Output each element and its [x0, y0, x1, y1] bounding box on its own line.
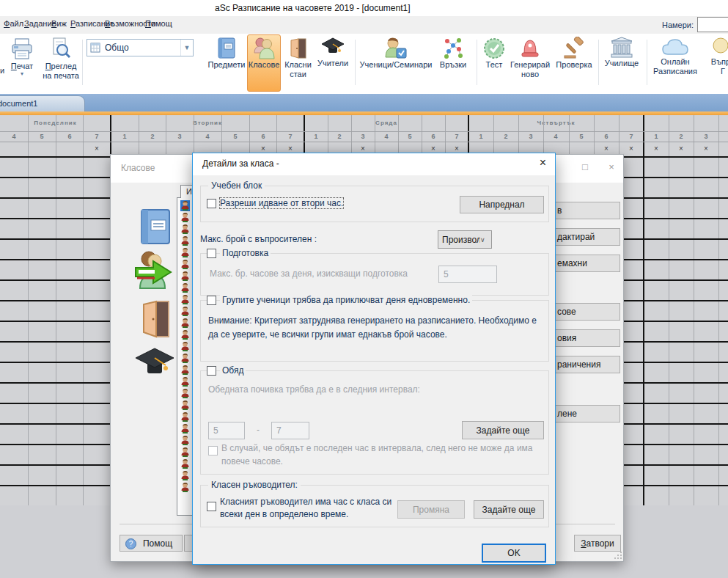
details-dialog-titlebar[interactable]: Детайли за класа - ×: [193, 153, 555, 175]
header-line: [0, 131, 728, 132]
subjects-big-icon[interactable]: [137, 208, 172, 247]
allow-second-period-checkbox[interactable]: [207, 199, 216, 208]
print-dropdown-arrow[interactable]: ▾: [4, 71, 40, 76]
menu-help[interactable]: Помощ: [145, 19, 172, 28]
ok-button[interactable]: OK: [482, 544, 546, 563]
grid-period-number: 2: [669, 131, 694, 142]
view-combobox-value: Общо: [105, 43, 180, 53]
close-icon[interactable]: ×: [603, 161, 619, 172]
toolbar-button-check[interactable]: Проверка: [553, 35, 595, 91]
classes-big-icon[interactable]: [133, 250, 175, 293]
grid-period-number: 2: [493, 131, 518, 142]
class-avatar-icon: [180, 271, 190, 282]
lunch-set-more-button[interactable]: Задайте още: [462, 421, 544, 439]
grid-period-number: 5: [221, 131, 249, 142]
print-preview-button[interactable]: Преглед на печата: [41, 35, 81, 91]
lunch-from-input[interactable]: 5: [208, 422, 245, 439]
classrooms-big-icon[interactable]: [140, 299, 172, 341]
grid-day-label: Четвъртък: [468, 115, 644, 131]
toolbar-button-classes[interactable]: Класове: [247, 34, 281, 92]
combobox-dropdown-icon[interactable]: ▼: [180, 40, 193, 56]
menu-view[interactable]: Виж: [51, 19, 67, 28]
tab-document1[interactable]: document1: [0, 95, 85, 112]
svg-text:?: ?: [129, 540, 133, 548]
help-button[interactable]: ? Помощ: [120, 535, 183, 552]
advanced-button[interactable]: Напреднал: [460, 196, 544, 213]
menu-file[interactable]: Файл: [4, 19, 23, 28]
toolbar-button-generate[interactable]: Генерирай ново: [509, 35, 551, 91]
find-input[interactable]: [697, 17, 728, 32]
preparation-checkbox[interactable]: [207, 249, 216, 258]
class-avatar-icon: [180, 259, 190, 270]
toolbar-separator: [82, 40, 83, 85]
close-icon[interactable]: ×: [540, 156, 546, 169]
change-button[interactable]: Промяна: [397, 500, 465, 519]
toolbar-label: Класни стаи: [282, 60, 315, 79]
toolbar-button-questions[interactable]: Въпро Г: [701, 35, 728, 91]
grid-period-number: 5: [569, 131, 594, 142]
study-block-group: Учебен блок Разреши идване от втори час.…: [200, 186, 549, 222]
class-avatar-icon: [180, 423, 190, 434]
preparation-max-input[interactable]: 5: [438, 266, 497, 283]
grid-period-number: 2: [328, 131, 351, 142]
class-avatar-icon: [180, 482, 190, 493]
cloud-icon: [661, 37, 690, 57]
grid-x-mark: ×: [644, 142, 669, 156]
column-line: [718, 115, 719, 505]
preparation-label[interactable]: Подготовка: [220, 248, 271, 258]
end-together-label[interactable]: Групите ученици трябва да приключват ден…: [220, 295, 472, 305]
allow-second-period-label[interactable]: Разреши идване от втори час.: [220, 198, 343, 208]
maximize-icon[interactable]: □: [577, 161, 593, 172]
window-titlebar: aSc Разписание на часовете 2019 - [docum…: [0, 0, 728, 16]
resize-grip[interactable]: [614, 551, 622, 560]
graduation-cap-icon: [320, 37, 345, 59]
toolbar-label: Тест: [481, 60, 507, 70]
teachers-big-icon[interactable]: [134, 345, 175, 382]
close-dialog-button[interactable]: Затвори: [574, 535, 621, 552]
lunch-to-input[interactable]: 7: [271, 422, 309, 439]
toolbar-label: Класове: [248, 60, 280, 70]
toolbar-button-test[interactable]: Тест: [481, 35, 507, 91]
lunch-checkbox[interactable]: [207, 366, 216, 376]
toolbar-button-school[interactable]: Училище: [603, 35, 641, 91]
toolbar-button-links[interactable]: Връзки: [435, 35, 471, 91]
toolbar-separator: [598, 40, 599, 85]
classes-people-icon: [251, 37, 276, 60]
toolbar-button-online-timetables[interactable]: Онлайн Разписания: [651, 35, 699, 91]
class-avatar-icon: [180, 447, 190, 458]
class-teacher-label[interactable]: Класният ръководител има час с класа си …: [220, 496, 396, 521]
main-toolbar: и Печат ▾ Преглед на печата: [0, 34, 728, 94]
door-icon: [288, 37, 309, 60]
class-avatar-icon: [180, 247, 190, 258]
grid-period-number: 6: [56, 131, 84, 142]
app-window: aSc Разписание на часовете 2019 - [docum…: [0, 0, 728, 578]
toolbar-button-teachers[interactable]: Учители: [315, 35, 350, 91]
grid-period-number: 7: [619, 131, 644, 142]
lunch-dash: -: [257, 425, 260, 435]
combobox-value: Произволн: [442, 235, 480, 245]
lunch-last-period-checkbox[interactable]: [208, 446, 218, 456]
class-teacher-checkbox[interactable]: [207, 502, 216, 511]
grid-x-mark: ×: [669, 142, 694, 156]
toolbar-button-students[interactable]: Ученици/Семинари: [358, 35, 434, 91]
max-question-combobox[interactable]: Произволн ∨: [438, 230, 492, 249]
view-combobox[interactable]: Общо ▼: [87, 39, 194, 56]
toolbar-button-classrooms[interactable]: Класни стаи: [282, 35, 315, 91]
class-avatar-icon: [180, 224, 190, 235]
grid-period-number: 6: [594, 131, 619, 142]
lunch-label[interactable]: Обяд: [220, 365, 246, 376]
document-tab-bar: document1: [0, 94, 728, 111]
class-avatar-icon: [180, 458, 190, 469]
class-avatar-icon: [180, 470, 190, 481]
print-button[interactable]: Печат ▾: [4, 35, 40, 91]
toolbar-label: Онлайн Разписания: [651, 57, 699, 76]
class-avatar-icon: [180, 235, 190, 246]
grid-x-mark: ×: [83, 142, 111, 156]
printer-icon: [10, 37, 34, 62]
toolbar-button-subjects[interactable]: Предмети: [207, 35, 246, 91]
toolbar-separator: [477, 40, 477, 85]
end-together-checkbox[interactable]: [207, 296, 216, 305]
study-block-legend: Учебен блок: [208, 180, 265, 191]
chevron-down-icon: ∨: [480, 236, 491, 244]
teacher-set-more-button[interactable]: Задайте още: [474, 500, 544, 519]
